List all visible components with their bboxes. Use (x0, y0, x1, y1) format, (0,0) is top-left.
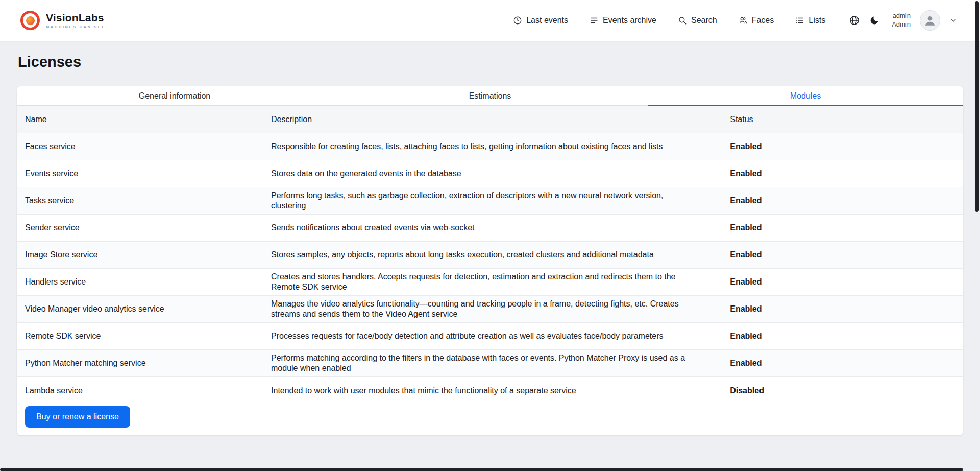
column-header-status: Status (722, 115, 963, 124)
logo-center-dot (26, 16, 35, 25)
table-row: Sender service Sends notifications about… (17, 215, 963, 242)
service-name: Remote SDK service (17, 331, 263, 341)
service-description: Creates and stores handlers. Accepts req… (263, 272, 722, 292)
service-description: Responsible for creating faces, lists, a… (263, 142, 722, 152)
service-name: Sender service (17, 223, 263, 233)
service-name: Lambda service (17, 386, 263, 396)
header-right: admin Admin (849, 10, 958, 31)
table-body: Faces service Responsible for creating f… (17, 133, 963, 404)
service-name: Python Matcher matching service (17, 358, 263, 368)
table-row: Handlers service Creates and stores hand… (17, 269, 963, 296)
table-row: Events service Stores data on the genera… (17, 160, 963, 187)
nav-label: Faces (752, 16, 774, 25)
service-status: Enabled (722, 304, 963, 314)
service-description: Manages the video analytics functionalit… (263, 299, 722, 319)
app-header: VisionLabs MACHINES CAN SEE Last events … (0, 0, 980, 41)
nav-label: Lists (808, 16, 825, 25)
user-info: admin Admin (892, 12, 911, 29)
table-row: Image Store service Stores samples, any … (17, 242, 963, 269)
avatar[interactable] (920, 10, 940, 31)
service-status: Enabled (722, 169, 963, 179)
service-description: Stores data on the generated events in t… (263, 169, 722, 179)
tab-general-information[interactable]: General information (17, 86, 332, 105)
nav-last-events[interactable]: Last events (513, 16, 568, 25)
faces-icon (739, 16, 748, 25)
table-row: Video Manager video analytics service Ma… (17, 296, 963, 323)
horizontal-scrollbar[interactable] (0, 468, 963, 471)
licenses-card: General information Estimations Modules … (17, 86, 963, 435)
vertical-scrollbar[interactable] (975, 1, 979, 212)
table-row: Lambda service Intended to work with use… (17, 377, 963, 404)
table-row: Tasks service Performs long tasks, such … (17, 187, 963, 215)
table-header: Name Description Status (17, 106, 963, 133)
service-name: Image Store service (17, 250, 263, 260)
lists-icon (795, 16, 804, 25)
tabs: General information Estimations Modules (17, 86, 963, 106)
service-status: Enabled (722, 277, 963, 287)
service-description: Performs matching according to the filte… (263, 353, 722, 373)
table-row: Remote SDK service Processes requests fo… (17, 323, 963, 350)
service-status: Enabled (722, 142, 963, 152)
buy-license-button[interactable]: Buy or renew a license (25, 406, 130, 428)
service-name: Handlers service (17, 277, 263, 287)
tab-modules[interactable]: Modules (648, 86, 963, 105)
search-icon (678, 16, 687, 25)
service-description: Intended to work with user modules that … (263, 386, 722, 396)
card-footer: Buy or renew a license (17, 404, 963, 435)
service-name: Faces service (17, 142, 263, 152)
chevron-down-icon[interactable] (949, 16, 958, 25)
nav-events-archive[interactable]: Events archive (590, 16, 656, 25)
nav-label: Last events (526, 16, 568, 25)
service-name: Events service (17, 169, 263, 179)
user-name: admin (892, 12, 911, 20)
dark-mode-moon-icon[interactable] (869, 15, 879, 26)
service-status: Enabled (722, 223, 963, 233)
service-description: Stores samples, any objects, reports abo… (263, 250, 722, 260)
nav-faces[interactable]: Faces (739, 16, 774, 25)
service-description: Performs long tasks, such as garbage col… (263, 191, 722, 211)
service-name: Tasks service (17, 196, 263, 206)
tab-estimations[interactable]: Estimations (332, 86, 648, 105)
service-status: Enabled (722, 331, 963, 341)
brand-text: VisionLabs MACHINES CAN SEE (46, 12, 106, 29)
column-header-name: Name (17, 115, 263, 124)
service-description: Sends notifications about created events… (263, 223, 722, 233)
nav-label: Events archive (603, 16, 656, 25)
service-status: Enabled (722, 196, 963, 206)
main-nav: Last events Events archive Search Faces … (513, 16, 825, 25)
licenses-page: Licenses General information Estimations… (0, 53, 980, 435)
user-role: Admin (892, 20, 911, 29)
nav-label: Search (691, 16, 717, 25)
clock-icon (513, 16, 522, 25)
table-row: Faces service Responsible for creating f… (17, 133, 963, 160)
brand: VisionLabs MACHINES CAN SEE (20, 11, 106, 30)
table-row: Python Matcher matching service Performs… (17, 350, 963, 377)
visionlabs-logo-icon (20, 11, 40, 30)
service-description: Processes requests for face/body detecti… (263, 331, 722, 341)
service-status: Disabled (722, 386, 963, 396)
service-status: Enabled (722, 358, 963, 368)
brand-tagline: MACHINES CAN SEE (46, 25, 106, 29)
brand-name: VisionLabs (46, 12, 106, 23)
archive-list-icon (590, 16, 599, 25)
column-header-description: Description (263, 115, 722, 124)
nav-lists[interactable]: Lists (795, 16, 825, 25)
service-name: Video Manager video analytics service (17, 304, 263, 314)
service-status: Enabled (722, 250, 963, 260)
language-globe-icon[interactable] (849, 15, 860, 26)
nav-search[interactable]: Search (678, 16, 717, 25)
page-title: Licenses (18, 53, 963, 70)
